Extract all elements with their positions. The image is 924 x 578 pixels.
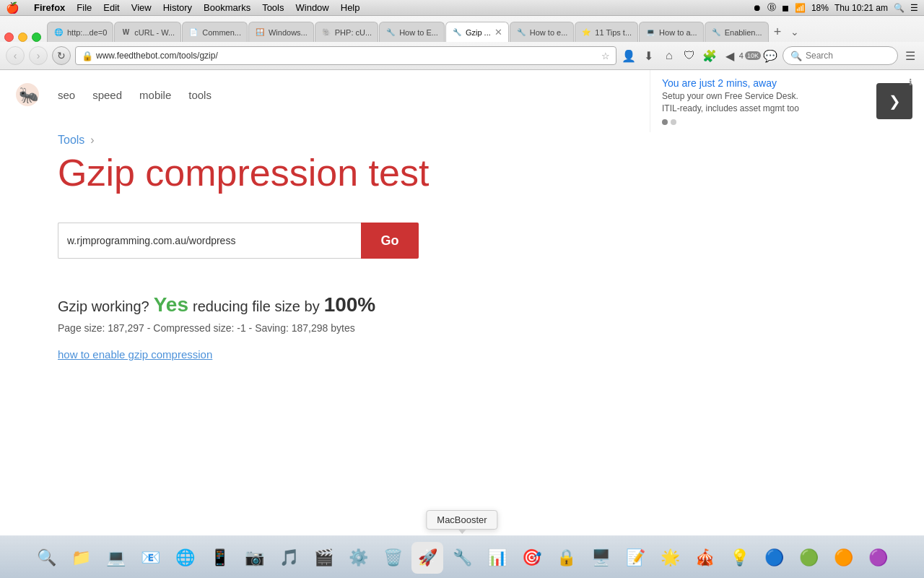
dock-icon-extra12[interactable]: 🟠 xyxy=(827,542,859,574)
back-button[interactable]: ‹ xyxy=(6,46,25,65)
dock-icon-extra2[interactable]: 📊 xyxy=(481,542,513,574)
url-input-field[interactable] xyxy=(58,223,361,259)
shield-icon[interactable]: 🛡 xyxy=(681,48,697,64)
ext-icon-1[interactable]: ◀ xyxy=(722,48,738,64)
nav-bar: ‹ › ↻ 🔒 www.feedthebot.com/tools/gzip/ ☆… xyxy=(0,42,924,69)
tab-5[interactable]: 🔧 How to E... xyxy=(379,22,445,42)
menu-view[interactable]: View xyxy=(131,2,152,13)
dock-icon-extra1[interactable]: 🔧 xyxy=(446,542,478,574)
dock-icon-finder[interactable]: 🔍 xyxy=(30,542,62,574)
dock-icon-browser[interactable]: 🌐 xyxy=(169,542,201,574)
extension-puzzle-icon[interactable]: 🧩 xyxy=(702,48,718,64)
identity-button[interactable]: 👤 xyxy=(621,48,637,64)
dock-icon-extra13[interactable]: 🟣 xyxy=(862,542,894,574)
dock-icon-mail[interactable]: 📧 xyxy=(134,542,166,574)
menu-tools[interactable]: Tools xyxy=(262,2,284,13)
menu-firefox[interactable]: Firefox xyxy=(34,2,65,13)
how-to-link[interactable]: how to enable gzip compression xyxy=(58,348,212,361)
nav-mobile[interactable]: mobile xyxy=(139,89,171,101)
dock-icon-extra9[interactable]: 💡 xyxy=(723,542,755,574)
tab-6[interactable]: 🔧 Gzip ... ✕ xyxy=(445,22,509,42)
menu-edit[interactable]: Edit xyxy=(103,2,119,13)
dock-icon-extra3[interactable]: 🎯 xyxy=(515,542,547,574)
tab-label-1: cURL - W... xyxy=(134,28,175,37)
dock-icon-extra5[interactable]: 🖥️ xyxy=(585,542,616,574)
menu-bookmarks[interactable]: Bookmarks xyxy=(204,2,250,13)
nav-seo[interactable]: seo xyxy=(58,89,75,101)
search-menu-icon[interactable]: 🔍 xyxy=(894,3,905,13)
nav-speed[interactable]: speed xyxy=(92,89,122,101)
dock-icon-video[interactable]: 🎬 xyxy=(308,542,339,574)
ad-info-icon[interactable]: ℹ xyxy=(909,77,912,87)
dock-icon-phone[interactable]: 📱 xyxy=(204,542,235,574)
tab-2[interactable]: 📄 Commen... xyxy=(182,22,248,42)
dock-icon-trash[interactable]: 🗑️ xyxy=(377,542,409,574)
dock-icon-extra10[interactable]: 🔵 xyxy=(758,542,790,574)
breadcrumb-tools-link[interactable]: Tools xyxy=(58,134,84,147)
apple-menu[interactable]: 🍎 xyxy=(6,1,19,14)
tab-10[interactable]: 🔧 Enablien... xyxy=(705,22,769,42)
url-text: www.feedthebot.com/tools/gzip/ xyxy=(96,51,598,61)
menu-bar: 🍎 Firefox File Edit View History Bookmar… xyxy=(0,0,924,16)
nav-tools[interactable]: tools xyxy=(188,89,212,101)
mac-dock: 🔍 📁 💻 📧 🌐 📱 📷 🎵 🎬 ⚙️ 🗑️ 🚀 🔧 📊 🎯 🔒 🖥️ 📝 🌟… xyxy=(0,535,924,578)
svg-text:🐜: 🐜 xyxy=(19,85,39,105)
ad-next-button[interactable]: ❯ xyxy=(876,83,912,119)
tab-favicon-3: 🪟 xyxy=(255,27,265,38)
dock-icon-computer[interactable]: 💻 xyxy=(100,542,131,574)
dock-icon-camera[interactable]: 📷 xyxy=(238,542,270,574)
tab-favicon-2: 📄 xyxy=(188,27,199,38)
search-input[interactable] xyxy=(806,51,890,61)
search-bar[interactable]: 🔍 xyxy=(783,46,898,65)
ad-text-block: You are just 2 mins, away Setup your own… xyxy=(662,77,868,125)
tab-3[interactable]: 🪟 Windows... xyxy=(248,22,314,42)
reload-button[interactable]: ↻ xyxy=(52,46,71,65)
dock-icon-extra8[interactable]: 🎪 xyxy=(689,542,720,574)
dock-icon-music[interactable]: 🎵 xyxy=(273,542,305,574)
ad-title: You are just 2 mins, away xyxy=(662,77,868,89)
record-icon: ⏺ xyxy=(753,3,762,13)
tab-4[interactable]: 🐘 PHP: cU... xyxy=(315,22,378,42)
menu-history[interactable]: History xyxy=(163,2,192,13)
yes-label: Yes xyxy=(154,293,188,316)
tab-7[interactable]: 🔧 How to e... xyxy=(510,22,575,42)
new-tab-button[interactable]: + xyxy=(770,22,786,42)
window-maximize[interactable] xyxy=(32,33,41,42)
hamburger-menu-button[interactable]: ☰ xyxy=(902,48,918,64)
forward-button[interactable]: › xyxy=(29,46,48,65)
go-button[interactable]: Go xyxy=(361,223,419,259)
tab-close-6[interactable]: ✕ xyxy=(494,27,502,38)
menu-window[interactable]: Window xyxy=(296,2,329,13)
tab-overflow-button[interactable]: ⌄ xyxy=(786,22,803,42)
dock-icon-extra7[interactable]: 🌟 xyxy=(654,542,686,574)
bookmark-star-icon[interactable]: ☆ xyxy=(601,51,610,61)
dock-icon-settings[interactable]: ⚙️ xyxy=(342,542,374,574)
b-icon: Ⓑ xyxy=(767,1,776,14)
tab-8[interactable]: ⭐ 11 Tips t... xyxy=(575,22,638,42)
percent-label: 100% xyxy=(324,293,376,316)
dock-icon-extra11[interactable]: 🟢 xyxy=(793,542,824,574)
tab-favicon-8: ⭐ xyxy=(581,27,591,38)
window-close[interactable] xyxy=(4,33,14,42)
download-button[interactable]: ⬇ xyxy=(641,48,657,64)
badge-count: 10K xyxy=(745,51,761,60)
tab-9[interactable]: 💻 How to a... xyxy=(639,22,704,42)
search-icon: 🔍 xyxy=(790,51,802,61)
dock-icon-files[interactable]: 📁 xyxy=(65,542,97,574)
menu-file[interactable]: File xyxy=(77,2,92,13)
dock-icon-extra4[interactable]: 🔒 xyxy=(550,542,582,574)
dock-icon-extra6[interactable]: 📝 xyxy=(619,542,651,574)
url-bar[interactable]: 🔒 www.feedthebot.com/tools/gzip/ ☆ xyxy=(75,46,616,65)
menu-help[interactable]: Help xyxy=(341,2,360,13)
tab-label-5: How to E... xyxy=(399,28,438,37)
tab-0[interactable]: 🌐 http:...de=0 xyxy=(47,22,113,42)
window-minimize[interactable] xyxy=(18,33,27,42)
main-content: Tools › Gzip compression test Go Gzip wo… xyxy=(0,119,924,407)
tab-1[interactable]: W cURL - W... xyxy=(114,22,181,42)
home-button[interactable]: ⌂ xyxy=(661,48,677,64)
chat-bubble-icon[interactable]: 💬 xyxy=(762,48,778,64)
menu-list-icon[interactable]: ☰ xyxy=(910,3,918,13)
dock-area: MacBooster 🔍 📁 💻 📧 🌐 📱 📷 🎵 🎬 ⚙️ 🗑️ 🚀 🔧 📊… xyxy=(0,535,924,578)
dock-icon-macbooster[interactable]: 🚀 xyxy=(411,542,443,574)
tab-label-7: How to e... xyxy=(530,28,568,37)
